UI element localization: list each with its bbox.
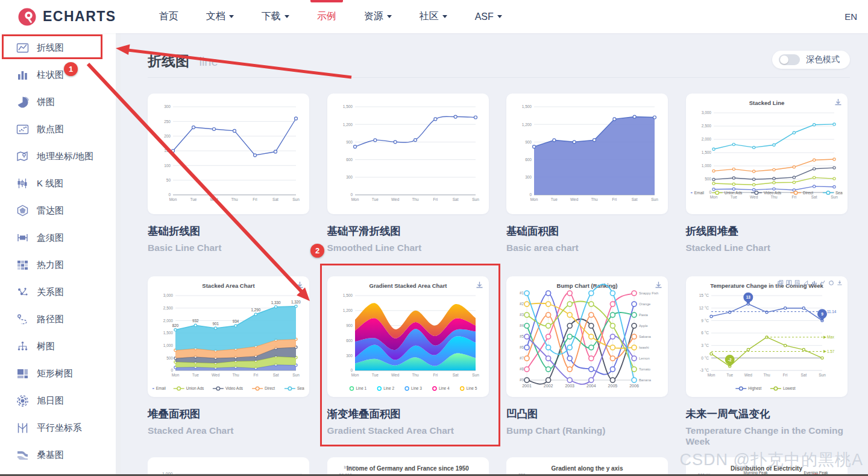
chart-thumbnail[interactable]: Stacked Area Chart05001,0001,5002,0002,5…	[148, 276, 309, 397]
svg-text:901: 901	[212, 322, 219, 326]
chart-thumbnail[interactable]: Distribution of Electricity800 WMorning …	[686, 457, 848, 476]
scatter-chart-icon	[16, 123, 29, 136]
chart-thumbnail[interactable]: 1,000	[148, 457, 309, 476]
sidebar-item-1[interactable]: 柱状图	[0, 62, 121, 89]
svg-text:900: 900	[346, 323, 353, 328]
download-icon[interactable]	[476, 281, 483, 291]
svg-text:Sun: Sun	[292, 373, 300, 377]
svg-text:Mon: Mon	[530, 197, 538, 202]
nav-item-0[interactable]: 首页	[149, 0, 188, 33]
magic-line-icon[interactable]	[820, 280, 826, 286]
svg-text:1,500: 1,500	[163, 331, 174, 335]
toggle-track-icon[interactable]	[779, 54, 800, 65]
chart-thumbnail[interactable]: 03006009001,2001,500MonTueWedThuFriSatSu…	[327, 94, 489, 214]
svg-text:200: 200	[164, 134, 171, 138]
nav-item-label: 资源	[364, 10, 383, 23]
sidebar-item-9[interactable]: 关系图	[0, 279, 121, 306]
graph-icon	[16, 286, 29, 299]
brand-text: ECHARTS	[43, 8, 116, 25]
chart-thumbnail[interactable]: 050100150200250300MonTueWedThuFriSatSun	[148, 94, 309, 214]
zoom-icon[interactable]	[803, 280, 809, 286]
svg-text:250: 250	[164, 119, 171, 124]
example-card-basic-area-chart[interactable]: 03006009001,2001,500MonTueWedThuFriSatSu…	[506, 94, 668, 276]
sidebar-item-2[interactable]: 饼图	[0, 89, 121, 116]
example-card-gradient-stacked-area-chart[interactable]: Gradient Stacked Area Chart03006009001,2…	[327, 276, 489, 457]
language-switch[interactable]: EN	[844, 11, 857, 22]
svg-text:#9: #9	[520, 378, 524, 382]
sidebar-item-label: 地理坐标/地图	[37, 151, 93, 162]
sidebar-item-8[interactable]: 热力图	[0, 252, 121, 279]
example-card-stacked-area-chart[interactable]: Stacked Area Chart05001,0001,5002,0002,5…	[148, 276, 309, 457]
svg-text:Iwashi: Iwashi	[639, 346, 649, 349]
example-card-partial-0[interactable]: 1,000	[148, 457, 309, 476]
nav-item-4[interactable]: 资源	[354, 0, 401, 33]
svg-text:Fri: Fri	[782, 373, 787, 377]
example-card-basic-line-chart[interactable]: 050100150200250300MonTueWedThuFriSatSun基…	[148, 94, 309, 276]
chart-thumbnail[interactable]: Gradient along the y axis350	[506, 457, 668, 476]
stack-icon[interactable]	[778, 280, 784, 286]
save-image-icon[interactable]	[837, 280, 843, 286]
nav-item-3[interactable]: 示例	[307, 0, 346, 33]
sidebar-item-15[interactable]: 桑基图	[0, 442, 121, 469]
svg-text:2001: 2001	[522, 384, 532, 388]
example-card-partial-1[interactable]: Income of Germany and France since 1950I…	[327, 457, 489, 476]
download-icon[interactable]	[834, 98, 842, 109]
example-card-bump-chart-ranking[interactable]: Bump Chart (Ranking)#1#2#3#4#5#6#7#8#920…	[506, 276, 668, 457]
tiled-icon[interactable]	[786, 280, 792, 286]
card-title-en: Bump Chart (Ranking)	[506, 425, 668, 436]
nav-item-2[interactable]: 下载	[252, 0, 299, 33]
sidebar-item-7[interactable]: 盒须图	[0, 224, 121, 252]
sidebar-item-0[interactable]: 折线图	[0, 34, 121, 62]
svg-text:0: 0	[529, 192, 532, 197]
svg-text:2004: 2004	[587, 384, 596, 388]
nav-item-label: 下载	[262, 10, 281, 23]
download-icon[interactable]	[296, 281, 304, 291]
pie-chart-icon	[16, 96, 29, 109]
example-card-smoothed-line-chart[interactable]: 03006009001,2001,500MonTueWedThuFriSatSu…	[327, 94, 489, 276]
sidebar-item-4[interactable]: 地理坐标/地图	[0, 143, 121, 170]
chart-thumbnail[interactable]: Gradient Stacked Area Chart03006009001,2…	[327, 276, 489, 397]
svg-text:50: 50	[166, 178, 171, 182]
svg-text:Highest: Highest	[748, 386, 761, 391]
sidebar-item-6[interactable]: 雷达图	[0, 197, 121, 224]
chart-thumbnail[interactable]: Income of Germany and France since 1950I…	[327, 457, 489, 476]
sidebar-item-5[interactable]: K 线图	[0, 170, 121, 197]
download-icon[interactable]	[655, 281, 662, 291]
svg-text:Wed: Wed	[391, 373, 400, 377]
example-card-partial-3[interactable]: Distribution of Electricity800 WMorning …	[686, 457, 848, 476]
example-card-partial-2[interactable]: Gradient along the y axis350	[506, 457, 668, 476]
chart-thumbnail[interactable]: Temperature Change in the Coming Week-3 …	[686, 276, 848, 397]
chart-thumbnail[interactable]: Bump Chart (Ranking)#1#2#3#4#5#6#7#8#920…	[506, 276, 668, 397]
sidebar-scrollbar[interactable]	[116, 33, 121, 476]
chart-thumbnail[interactable]: Stacked Line05001,0001,5002,0002,5003,00…	[686, 94, 848, 214]
sidebar-item-label: 路径图	[37, 314, 64, 325]
svg-text:Mon: Mon	[172, 373, 180, 377]
nav-item-label: 文档	[206, 10, 225, 23]
data-view-icon[interactable]	[794, 280, 800, 286]
nav-item-1[interactable]: 文档	[197, 0, 244, 33]
dark-mode-toggle[interactable]: 深色模式	[772, 51, 850, 69]
example-card-stacked-line-chart[interactable]: Stacked Line05001,0001,5002,0002,5003,00…	[686, 94, 848, 276]
sidebar-item-3[interactable]: 散点图	[0, 116, 121, 143]
svg-text:Direct: Direct	[803, 191, 813, 195]
magic-bar-icon[interactable]	[811, 280, 817, 286]
svg-text:Fri: Fri	[791, 195, 796, 199]
nav-item-6[interactable]: ASF	[465, 0, 512, 33]
sidebar-item-10[interactable]: 路径图	[0, 306, 121, 333]
chart-title: Gradient along the y axis	[506, 465, 668, 472]
caret-down-icon	[442, 15, 447, 18]
sidebar-item-14[interactable]: 平行坐标系	[0, 414, 121, 442]
card-title-zh: 基础平滑折线图	[327, 224, 489, 238]
sidebar-item-13[interactable]: 旭日图	[0, 387, 121, 414]
example-card-temperature-change-in-the-coming-week[interactable]: Temperature Change in the Coming Week-3 …	[686, 276, 848, 457]
sidebar-item-11[interactable]: 树图	[0, 333, 121, 360]
restore-icon[interactable]	[828, 280, 834, 286]
chart-thumbnail[interactable]: 03006009001,2001,500MonTueWedThuFriSatSu…	[506, 94, 668, 214]
nav-item-5[interactable]: 社区	[410, 0, 457, 33]
sidebar-item-12[interactable]: 矩形树图	[0, 360, 121, 387]
svg-text:Fri: Fri	[433, 197, 438, 202]
sidebar-item-label: 桑基图	[37, 449, 64, 461]
svg-text:Sat: Sat	[800, 373, 807, 377]
echarts-logo[interactable]: ECHARTS	[17, 7, 116, 27]
svg-text:Tue: Tue	[192, 373, 199, 377]
